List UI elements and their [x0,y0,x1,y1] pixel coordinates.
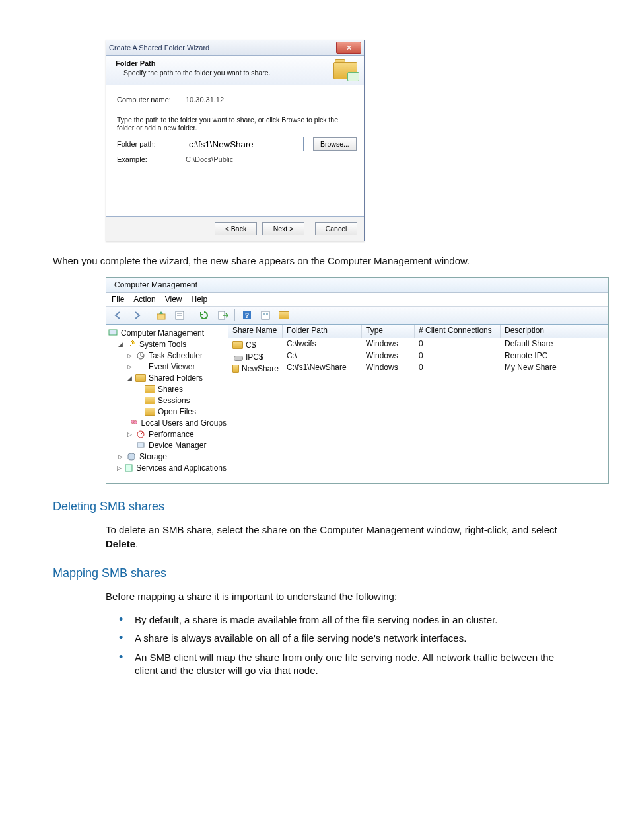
cell-path: C:\ [283,350,362,362]
export-icon[interactable] [215,308,230,323]
tree-local-users[interactable]: Local Users and Groups [108,417,227,428]
svg-rect-17 [137,443,144,447]
expand-icon[interactable]: ▷ [126,352,133,359]
tree-label: Local Users and Groups [141,418,227,428]
tree-device-manager[interactable]: Device Manager [108,439,227,451]
new-share-icon[interactable] [276,308,292,323]
tree-root[interactable]: Computer Management [108,327,227,338]
menu-help[interactable]: Help [192,295,208,304]
svg-point-15 [133,420,137,424]
text-bold: Delete [106,538,135,549]
mgmt-toolbar: ? [106,307,608,325]
folder-share-icon [333,59,357,79]
table-row[interactable]: C$ C:\lwcifs Windows 0 Default Share [228,338,608,350]
list-item: By default, a share is made available fr… [119,613,577,627]
expand-icon[interactable]: ▷ [126,363,133,370]
cell-path: C:\lwcifs [283,338,362,350]
nav-forward-icon[interactable] [129,308,145,323]
wizard-titlebar: Create A Shared Folder Wizard ✕ [106,40,364,56]
menu-file[interactable]: File [112,295,124,304]
share-folder-icon [135,374,146,382]
tree-label: Shares [158,385,183,394]
list-item: A share is always available on all of a … [119,632,577,645]
para-mapping-intro: Before mapping a share it is important t… [106,590,577,603]
mgmt-titlebar: Computer Management [106,278,608,293]
help-icon[interactable]: ? [239,308,255,323]
refresh-icon[interactable] [196,308,212,323]
tree-shares[interactable]: Shares [108,383,227,395]
tree-label: Task Scheduler [149,351,203,360]
cell-desc: Default Share [501,338,608,350]
properties-icon[interactable] [172,308,188,323]
col-type[interactable]: Type [362,325,415,338]
up-folder-icon[interactable] [153,308,169,323]
pipe-icon [232,353,243,361]
tree-performance[interactable]: ▷ Performance [108,428,227,439]
text: To delete an SMB share, select the share… [106,524,557,535]
collapse-icon[interactable]: ◢ [117,341,123,348]
svg-rect-12 [109,330,117,335]
close-icon: ✕ [346,44,352,52]
tree-system-tools[interactable]: ◢ System Tools [108,338,227,350]
tree-shared-folders[interactable]: ◢ Shared Folders [108,372,227,383]
cell-path: C:\fs1\NewShare [283,362,362,374]
tree-task-scheduler[interactable]: ▷ Task Scheduler [108,350,227,361]
cell-conn: 0 [415,350,501,362]
tree-event-viewer[interactable]: ▷ Event Viewer [108,361,227,372]
tree-root-label: Computer Management [121,328,204,338]
share-icon [145,408,155,416]
cancel-button[interactable]: Cancel [315,222,357,235]
services-icon [124,463,133,473]
storage-icon [126,452,137,461]
col-connections[interactable]: # Client Connections [415,325,501,338]
expand-icon[interactable]: ▷ [126,431,133,438]
cell-conn: 0 [415,362,501,374]
view-mode-icon[interactable] [258,308,273,323]
collapse-icon[interactable]: ◢ [126,375,133,381]
back-button[interactable]: < Back [215,222,257,235]
computer-name-label: Computer name: [117,96,176,104]
wizard-header-sub: Specify the path to the folder you want … [123,69,270,77]
heading-mapping: Mapping SMB shares [53,566,577,580]
mapping-bullets: By default, a share is made available fr… [119,613,577,677]
text: . [135,538,138,549]
col-description[interactable]: Description [501,325,608,338]
expand-icon[interactable]: ▷ [117,453,123,460]
svg-rect-2 [157,314,165,319]
tree-sessions[interactable]: Sessions [108,395,227,406]
tree-label: Shared Folders [149,373,203,383]
cell-share: C$ [246,340,256,350]
next-button[interactable]: Next > [262,222,304,235]
folder-path-input[interactable] [186,137,304,151]
device-icon [135,441,146,450]
cell-type: Windows [362,338,415,350]
para-deleting: To delete an SMB share, select the share… [106,523,577,551]
share-icon [145,397,155,404]
svg-rect-10 [263,313,265,315]
tree-label: Sessions [158,396,190,405]
close-button[interactable]: ✕ [336,42,361,54]
folder-path-label: Folder path: [117,140,176,148]
share-icon [145,385,155,393]
mgmt-title-text: Computer Management [114,280,197,289]
list-item: An SMB client will map the share from on… [119,651,577,678]
expand-icon[interactable]: ▷ [117,465,122,471]
cell-share: IPC$ [246,352,263,362]
col-share-name[interactable]: Share Name [228,325,283,338]
cell-share: NewShare [242,364,279,373]
table-row[interactable]: NewShare C:\fs1\NewShare Windows 0 My Ne… [228,362,608,374]
browse-button[interactable]: Browse... [313,137,357,151]
cell-desc: My New Share [501,362,608,374]
wizard-help-text: Type the path to the folder you want to … [117,116,353,132]
nav-back-icon[interactable] [110,308,126,323]
cell-desc: Remote IPC [501,350,608,362]
tree-storage[interactable]: ▷ Storage [108,451,227,462]
table-row[interactable]: IPC$ C:\ Windows 0 Remote IPC [228,350,608,362]
col-folder-path[interactable]: Folder Path [283,325,362,338]
shares-grid: Share Name Folder Path Type # Client Con… [228,325,608,483]
menu-view[interactable]: View [165,295,182,304]
share-icon [232,341,243,349]
tree-open-files[interactable]: Open Files [108,406,227,417]
tree-services[interactable]: ▷ Services and Applications [108,462,227,473]
menu-action[interactable]: Action [133,295,155,304]
